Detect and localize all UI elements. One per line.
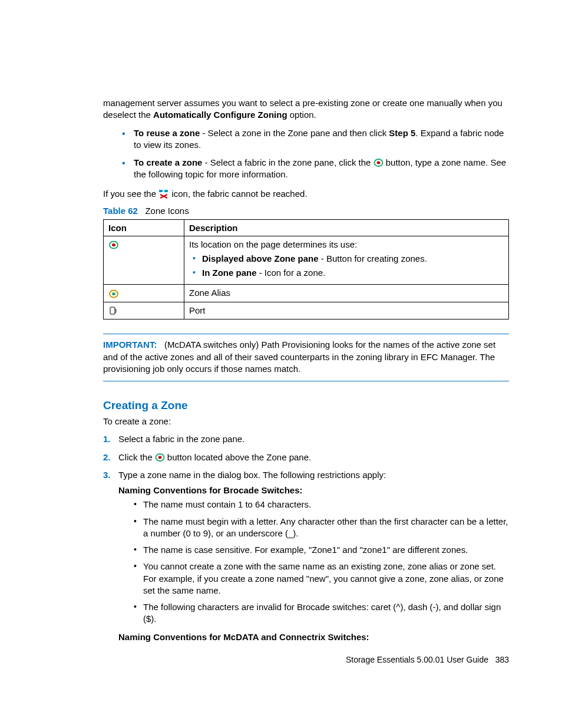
table-row: Zone Alias (104, 285, 509, 302)
table-number: Table 62 (103, 206, 138, 216)
text: - Select a fabric in the zone pane, clic… (202, 157, 373, 167)
text: Naming Conventions for McDATA and Connec… (118, 632, 366, 642)
section-intro: To create a zone: (103, 416, 509, 427)
text: button located above the Zone pane. (165, 452, 312, 462)
icon-cell (104, 285, 184, 302)
intro-paragraph: management server assumes you want to se… (103, 97, 509, 121)
text: icon, the fabric cannot be reached. (169, 189, 307, 199)
zone-icon (108, 239, 119, 249)
step5-label: Step 5 (389, 128, 415, 138)
zone-icons-table: Icon Description Its location on the pag… (103, 219, 509, 320)
svg-point-10 (158, 456, 161, 459)
zone-create-icon (155, 452, 165, 462)
text: Its location on the page determines its … (189, 239, 357, 249)
text: Naming Conventions for Brocade Switches (118, 485, 300, 495)
unreachable-note: If you see the icon, the fabric cannot b… (103, 188, 509, 200)
svg-rect-3 (164, 190, 168, 192)
create-label: To create a zone (134, 157, 202, 167)
page-footer: Storage Essentials 5.00.01 User Guide 38… (346, 655, 509, 664)
divider (103, 334, 509, 334)
document-page: management server assumes you want to se… (0, 0, 562, 728)
autoconfig-label: Automatically Configure Zoning (153, 110, 287, 120)
icon-cell (104, 236, 184, 285)
desc-cell: Its location on the page determines its … (184, 236, 509, 285)
text: Type a zone name in the dialog box. The … (118, 470, 386, 480)
brocade-heading: Naming Conventions for Brocade Switches: (118, 485, 509, 496)
zone-create-icon (373, 157, 384, 167)
zone-options-list: To reuse a zone - Select a zone in the Z… (103, 127, 509, 181)
list-item: The following characters are invalid for… (131, 601, 509, 625)
list-item: The name must begin with a letter. Any c… (131, 516, 509, 540)
desc-cell: Port (184, 302, 509, 319)
svg-rect-8 (110, 307, 115, 314)
text: - Button for creating zones. (319, 253, 427, 263)
text: - Icon for a zone. (257, 268, 326, 278)
text: Click the (118, 452, 155, 462)
col-icon: Icon (104, 219, 184, 236)
text: option. (287, 110, 316, 120)
col-description: Description (184, 219, 509, 236)
step-item: Click the button located above the Zone … (103, 452, 509, 463)
step-item: Type a zone name in the dialog box. The … (103, 469, 509, 643)
text: If you see the (103, 189, 158, 199)
list-item: The name must contain 1 to 64 characters… (131, 499, 509, 510)
port-icon (108, 305, 119, 315)
svg-point-7 (112, 292, 115, 295)
footer-text: Storage Essentials 5.00.01 User Guide (346, 655, 488, 664)
table-header-row: Icon Description (104, 219, 509, 236)
divider (103, 381, 509, 381)
important-note: IMPORTANT: (McDATA switches only) Path P… (103, 339, 509, 375)
text: Displayed above Zone pane (202, 253, 319, 263)
fabric-unreachable-icon (158, 189, 169, 199)
brocade-rules: The name must contain 1 to 64 characters… (131, 499, 509, 625)
desc-cell: Zone Alias (184, 285, 509, 302)
desc-bullets: Displayed above Zone pane - Button for c… (189, 253, 504, 279)
table-title: Zone Icons (145, 206, 189, 216)
list-item: The name is case sensitive. For example,… (131, 544, 509, 556)
icon-cell (104, 302, 184, 319)
page-number: 383 (495, 655, 509, 664)
text: - Select a zone in the Zone pane and the… (200, 128, 389, 138)
list-item: In Zone pane - Icon for a zone. (189, 267, 504, 279)
text: : (366, 632, 369, 642)
svg-rect-2 (159, 190, 163, 192)
section-heading: Creating a Zone (103, 399, 509, 412)
list-item: To create a zone - Select a fabric in th… (117, 157, 509, 181)
steps-list: Select a fabric in the zone pane. Click … (103, 433, 509, 643)
list-item: Displayed above Zone pane - Button for c… (189, 253, 504, 265)
mcdata-heading: Naming Conventions for McDATA and Connec… (118, 631, 509, 643)
zone-alias-icon (108, 288, 119, 298)
text: (McDATA switches only) Path Provisioning… (103, 340, 495, 374)
list-item: You cannot create a zone with the same n… (131, 561, 509, 597)
text: : (300, 485, 303, 495)
table-row: Port (104, 302, 509, 319)
table-caption: Table 62 Zone Icons (103, 206, 509, 216)
svg-point-1 (376, 162, 380, 164)
svg-point-5 (112, 243, 115, 246)
table-row: Its location on the page determines its … (104, 236, 509, 285)
important-label: IMPORTANT: (103, 340, 157, 350)
step-item: Select a fabric in the zone pane. (103, 433, 509, 445)
text: In Zone pane (202, 268, 257, 278)
reuse-label: To reuse a zone (134, 128, 200, 138)
list-item: To reuse a zone - Select a zone in the Z… (117, 127, 509, 151)
